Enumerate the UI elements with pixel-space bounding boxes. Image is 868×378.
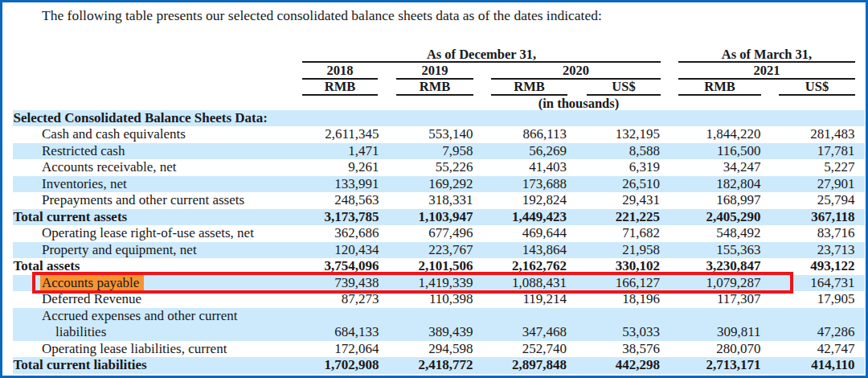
cell-value: 1,449,423 — [512, 209, 567, 226]
table-row: Accounts receivable, net9,26155,22641,40… — [13, 159, 865, 176]
cell-value: 281,483 — [810, 126, 854, 143]
cell-value: 248,563 — [334, 192, 379, 209]
cell-value: 367,118 — [811, 209, 854, 226]
unit-label-usd-2020: US$ — [587, 79, 661, 94]
table-row: Accrued expenses and other current liabi… — [13, 308, 865, 341]
cell-value: 1,088,431 — [512, 275, 567, 292]
cell-value: 548,492 — [716, 225, 760, 242]
cell-value: 110,398 — [429, 291, 473, 308]
cell-value: 26,510 — [622, 176, 660, 193]
cell-value: 117,307 — [717, 291, 761, 308]
unit-label-rmb-2018: RMB — [302, 79, 378, 94]
cell-value: 120,434 — [334, 242, 379, 259]
cell-value: 2,418,772 — [419, 357, 473, 374]
cell-value: 1,419,339 — [419, 275, 473, 292]
cell-value: 252,740 — [522, 341, 567, 358]
cell-value: 221,225 — [616, 209, 660, 226]
cell-value: 442,298 — [616, 357, 660, 374]
cell-value: 1,103,947 — [419, 209, 473, 226]
col-group-label-march: As of March 31, — [678, 47, 855, 62]
table-row: Deferred Revenue87,273110,398119,21418,1… — [13, 291, 865, 308]
cell-value: 164,731 — [810, 275, 854, 292]
cell-value: 192,824 — [522, 192, 567, 209]
cell-value: 47,286 — [817, 324, 855, 341]
cell-value: 182,804 — [716, 176, 760, 193]
cell-value: 17,905 — [817, 291, 855, 308]
cell-value: 1,844,220 — [706, 126, 761, 143]
cell-value: 3,754,096 — [325, 258, 379, 275]
cell-value: 27,901 — [817, 176, 855, 193]
table-row: Selected Consolidated Balance Sheets Dat… — [13, 110, 865, 127]
cell-value: 132,195 — [616, 126, 660, 143]
cell-value: 739,438 — [334, 275, 379, 292]
cell-value: 1,471 — [348, 143, 379, 160]
year-label-2018: 2018 — [302, 63, 378, 78]
table-row: Cash and cash equivalents2,611,345553,14… — [13, 126, 865, 143]
cell-value: 71,682 — [622, 225, 660, 242]
cell-value: 41,403 — [529, 159, 567, 176]
cell-value: 362,686 — [334, 225, 379, 242]
cell-value: 280,070 — [716, 341, 760, 358]
cell-value: 414,110 — [811, 357, 854, 374]
balance-sheet-document: The following table presents our selecte… — [0, 0, 868, 378]
cell-value: 866,113 — [522, 126, 567, 143]
table-row: Prepayments and other current assets248,… — [13, 192, 865, 209]
cell-value: 493,122 — [810, 258, 854, 275]
table-row: Property and equipment, net120,434223,76… — [13, 242, 865, 259]
cell-value: 17,781 — [817, 143, 855, 160]
cell-value: 347,468 — [522, 324, 567, 341]
cell-value: 155,363 — [716, 242, 760, 259]
cell-value: 7,958 — [442, 143, 473, 160]
orange-highlight: Accounts payable — [40, 275, 144, 290]
cell-value: 2,101,506 — [419, 258, 473, 275]
cell-value: 330,102 — [616, 258, 660, 275]
cell-value: 8,588 — [629, 143, 660, 160]
row-label: Accrued expenses and other current liabi… — [13, 308, 264, 341]
cell-value: 29,431 — [622, 192, 660, 209]
year-label-2020: 2020 — [491, 63, 661, 78]
cell-value: 56,269 — [529, 143, 567, 160]
cell-value: 684,133 — [334, 324, 379, 341]
cell-value: 53,033 — [622, 324, 660, 341]
row-label: Selected Consolidated Balance Sheets Dat… — [13, 110, 865, 127]
cell-value: 133,991 — [334, 176, 379, 193]
cell-value: 3,230,847 — [706, 258, 761, 275]
table-body: Selected Consolidated Balance Sheets Dat… — [13, 110, 865, 374]
unit-label-rmb-2020: RMB — [491, 79, 567, 94]
cell-value: 169,292 — [428, 176, 473, 193]
table-row: Operating lease liabilities, current172,… — [13, 341, 865, 358]
cell-value: 172,064 — [334, 341, 379, 358]
cell-value: 2,405,290 — [706, 209, 761, 226]
table-row: Total current assets3,173,7851,103,9471,… — [13, 209, 865, 226]
table-row: Restricted cash1,4717,95856,2698,588116,… — [13, 143, 865, 160]
cell-value: 42,747 — [817, 341, 855, 358]
cell-value: 223,767 — [428, 242, 473, 259]
table-row: Total current liabilities1,702,9082,418,… — [13, 357, 865, 374]
unit-label-rmb-2019: RMB — [396, 79, 473, 94]
cell-value: 173,688 — [522, 176, 567, 193]
cell-value: 553,140 — [428, 126, 473, 143]
cell-value: 87,273 — [342, 291, 379, 308]
unit-label-usd-2021: US$ — [779, 79, 855, 94]
cell-value: 34,247 — [723, 159, 761, 176]
cell-value: 83,716 — [817, 225, 855, 242]
table-row: Total assets3,754,0962,101,5062,162,7623… — [13, 258, 865, 275]
units-note: (in thousands) — [302, 96, 855, 111]
col-group-label-december: As of December 31, — [302, 47, 661, 62]
year-label-2021: 2021 — [678, 63, 855, 78]
cell-value: 119,214 — [522, 291, 567, 308]
caption-text: The following table presents our selecte… — [42, 7, 602, 24]
cell-value: 294,598 — [428, 341, 473, 358]
cell-value: 23,713 — [817, 242, 855, 259]
cell-value: 5,227 — [824, 159, 854, 176]
cell-value: 3,173,785 — [325, 209, 379, 226]
cell-value: 6,319 — [629, 159, 660, 176]
cell-value: 469,644 — [522, 225, 567, 242]
cell-value: 143,864 — [522, 242, 567, 259]
cell-value: 21,958 — [622, 242, 660, 259]
cell-value: 2,713,171 — [706, 357, 761, 374]
cell-value: 55,226 — [436, 159, 473, 176]
cell-value: 18,196 — [622, 291, 660, 308]
cell-value: 9,261 — [348, 159, 379, 176]
cell-value: 389,439 — [428, 324, 473, 341]
